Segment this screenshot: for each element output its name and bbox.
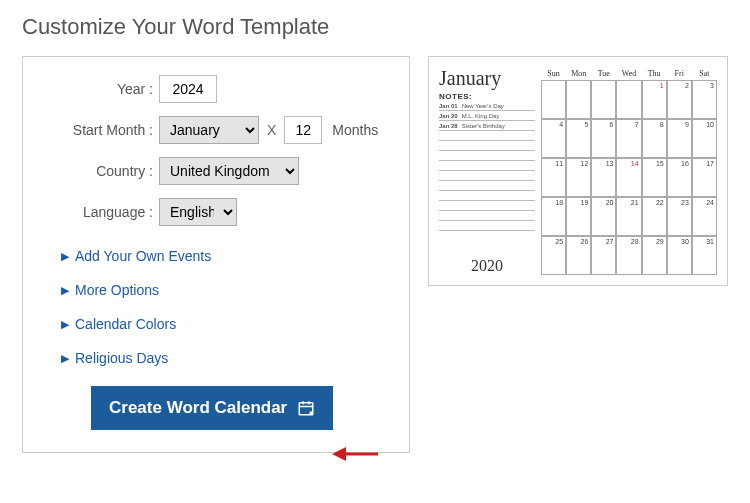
preview-weekday: Fri xyxy=(667,67,692,80)
preview-day-cell: 6 xyxy=(591,119,616,158)
preview-note-line xyxy=(439,221,535,231)
preview-note-line xyxy=(439,191,535,201)
link-calendar-colors-label: Calendar Colors xyxy=(75,316,176,332)
page-title: Customize Your Word Template xyxy=(0,0,750,56)
preview-note-line: Jan 28Sister's Birthday xyxy=(439,121,535,131)
preview-weekday: Thu xyxy=(642,67,667,80)
preview-note-line: Jan 01New Year's Day xyxy=(439,101,535,111)
preview-day-cell: 24 xyxy=(692,197,717,236)
preview-day-cell: 18 xyxy=(541,197,566,236)
preview-day-cell xyxy=(566,80,591,119)
country-select[interactable]: United Kingdom xyxy=(159,157,299,185)
preview-day-cell: 7 xyxy=(616,119,641,158)
preview-note-line xyxy=(439,161,535,171)
preview-day-cell xyxy=(541,80,566,119)
year-input[interactable] xyxy=(159,75,217,103)
language-label: Language : xyxy=(41,204,159,220)
start-month-label: Start Month : xyxy=(41,122,159,138)
preview-day-cell: 4 xyxy=(541,119,566,158)
triangle-icon: ▶ xyxy=(61,250,69,263)
preview-day-cell: 10 xyxy=(692,119,717,158)
preview-day-cell: 3 xyxy=(692,80,717,119)
preview-year: 2020 xyxy=(439,253,535,275)
create-word-calendar-button[interactable]: Create Word Calendar xyxy=(91,386,333,430)
preview-day-cell: 19 xyxy=(566,197,591,236)
months-input[interactable] xyxy=(284,116,322,144)
preview-day-cell: 31 xyxy=(692,236,717,275)
preview-note-line xyxy=(439,181,535,191)
preview-weekday: Tue xyxy=(591,67,616,80)
preview-day-cell: 26 xyxy=(566,236,591,275)
preview-day-cell xyxy=(591,80,616,119)
preview-day-cell: 2 xyxy=(667,80,692,119)
calendar-preview: January NOTES: Jan 01New Year's DayJan 2… xyxy=(428,56,728,286)
preview-weekday: Mon xyxy=(566,67,591,80)
preview-day-cell xyxy=(616,80,641,119)
preview-day-cell: 22 xyxy=(642,197,667,236)
x-separator: X xyxy=(259,122,284,138)
preview-day-cell: 8 xyxy=(642,119,667,158)
preview-day-cell: 30 xyxy=(667,236,692,275)
language-select[interactable]: English xyxy=(159,198,237,226)
preview-day-cell: 29 xyxy=(642,236,667,275)
triangle-icon: ▶ xyxy=(61,318,69,331)
preview-day-cell: 9 xyxy=(667,119,692,158)
preview-day-cell: 14 xyxy=(616,158,641,197)
preview-month: January xyxy=(439,67,535,90)
preview-note-line xyxy=(439,171,535,181)
preview-day-cell: 21 xyxy=(616,197,641,236)
country-label: Country : xyxy=(41,163,159,179)
preview-day-cell: 16 xyxy=(667,158,692,197)
link-religious-days[interactable]: ▶ Religious Days xyxy=(61,350,391,366)
preview-note-line xyxy=(439,151,535,161)
preview-day-cell: 11 xyxy=(541,158,566,197)
preview-day-cell: 23 xyxy=(667,197,692,236)
months-label: Months xyxy=(322,122,378,138)
preview-day-cell: 27 xyxy=(591,236,616,275)
form-panel: Year : Start Month : January X Months Co… xyxy=(22,56,410,453)
triangle-icon: ▶ xyxy=(61,352,69,365)
link-add-events[interactable]: ▶ Add Your Own Events xyxy=(61,248,391,264)
link-religious-days-label: Religious Days xyxy=(75,350,168,366)
preview-weekday: Sat xyxy=(692,67,717,80)
start-month-select[interactable]: January xyxy=(159,116,259,144)
preview-weekday: Wed xyxy=(616,67,641,80)
preview-day-cell: 13 xyxy=(591,158,616,197)
calendar-icon xyxy=(297,399,315,417)
preview-note-line xyxy=(439,201,535,211)
row-country: Country : United Kingdom xyxy=(41,157,391,185)
preview-note-line xyxy=(439,141,535,151)
preview-note-line xyxy=(439,211,535,221)
preview-day-cell: 20 xyxy=(591,197,616,236)
preview-day-cell: 17 xyxy=(692,158,717,197)
preview-notes-label: NOTES: xyxy=(439,92,535,101)
create-button-label: Create Word Calendar xyxy=(109,398,287,418)
row-year: Year : xyxy=(41,75,391,103)
preview-note-line xyxy=(439,131,535,141)
preview-day-cell: 1 xyxy=(642,80,667,119)
link-more-options-label: More Options xyxy=(75,282,159,298)
preview-day-cell: 25 xyxy=(541,236,566,275)
year-label: Year : xyxy=(41,81,159,97)
triangle-icon: ▶ xyxy=(61,284,69,297)
preview-weekday: Sun xyxy=(541,67,566,80)
preview-note-line: Jan 20M.L. King Day xyxy=(439,111,535,121)
link-add-events-label: Add Your Own Events xyxy=(75,248,211,264)
link-more-options[interactable]: ▶ More Options xyxy=(61,282,391,298)
preview-day-cell: 12 xyxy=(566,158,591,197)
preview-day-cell: 5 xyxy=(566,119,591,158)
preview-day-cell: 28 xyxy=(616,236,641,275)
link-calendar-colors[interactable]: ▶ Calendar Colors xyxy=(61,316,391,332)
svg-marker-5 xyxy=(332,447,346,461)
row-language: Language : English xyxy=(41,198,391,226)
preview-day-cell: 15 xyxy=(642,158,667,197)
annotation-arrow-icon xyxy=(330,442,380,466)
row-start-month: Start Month : January X Months xyxy=(41,116,391,144)
